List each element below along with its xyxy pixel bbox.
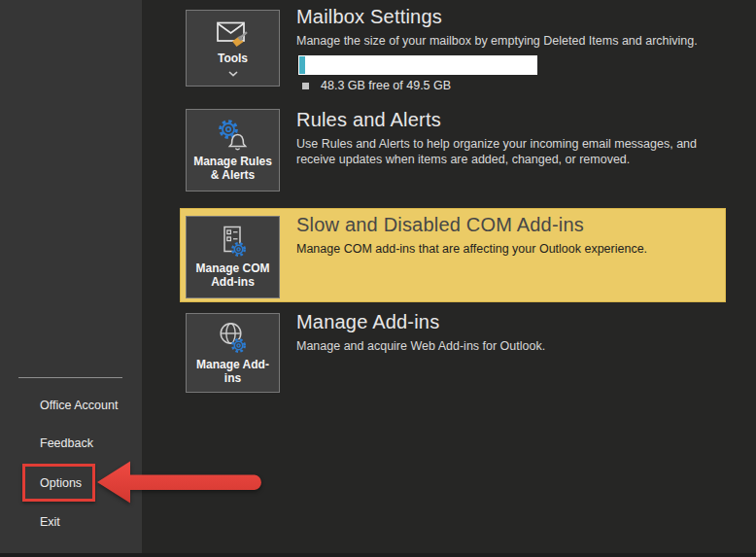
storage-bullet-icon <box>302 83 309 89</box>
sidebar-item-exit[interactable]: Exit <box>40 515 60 530</box>
sidebar-divider <box>18 377 122 378</box>
manage-com-addins-button[interactable]: Manage COM Add-ins <box>186 216 280 298</box>
manage-rules-alerts-label: Manage Rules & Alerts <box>190 155 275 182</box>
tools-button[interactable]: Tools <box>186 10 280 87</box>
annotation-arrow <box>94 458 267 506</box>
outlook-file-backstage: Office Account Feedback Options Exit Too… <box>0 0 756 557</box>
mailbox-storage-bar <box>298 55 537 75</box>
section-desc-manage-addins: Manage and acquire Web Add-ins for Outlo… <box>296 339 736 355</box>
window-bottom-edge <box>0 553 756 557</box>
manage-addins-button[interactable]: Manage Add-ins <box>186 313 280 393</box>
sidebar-item-feedback[interactable]: Feedback <box>40 436 93 451</box>
section-title-manage-addins: Manage Add-ins <box>296 311 439 333</box>
sidebar-item-options[interactable]: Options <box>40 476 82 491</box>
section-title-rules-alerts: Rules and Alerts <box>296 109 441 131</box>
tools-button-label: Tools <box>218 52 248 65</box>
manage-addins-label: Manage Add-ins <box>190 358 275 385</box>
section-title-mailbox-settings: Mailbox Settings <box>296 6 442 28</box>
chevron-down-icon <box>228 71 238 77</box>
manage-rules-alerts-button[interactable]: Manage Rules & Alerts <box>186 109 280 191</box>
manage-com-addins-label: Manage COM Add-ins <box>190 261 275 289</box>
rules-alerts-icon <box>216 119 251 152</box>
section-desc-com-addins: Manage COM add-ins that are affecting yo… <box>296 242 736 258</box>
storage-free-label: 48.3 GB free of 49.5 GB <box>321 79 451 92</box>
section-desc-mailbox-settings: Manage the size of your mailbox by empty… <box>296 34 736 50</box>
backstage-content: Tools Mailbox Settings Manage the size o… <box>142 0 756 557</box>
storage-used-bar <box>299 56 305 74</box>
section-desc-rules-alerts: Use Rules and Alerts to help organize yo… <box>296 137 736 167</box>
section-title-com-addins: Slow and Disabled COM Add-ins <box>296 214 584 236</box>
sidebar-item-office-account[interactable]: Office Account <box>40 399 118 413</box>
web-addins-icon <box>216 322 251 355</box>
com-addins-icon <box>216 226 251 259</box>
mailbox-cleanup-icon <box>216 19 251 49</box>
